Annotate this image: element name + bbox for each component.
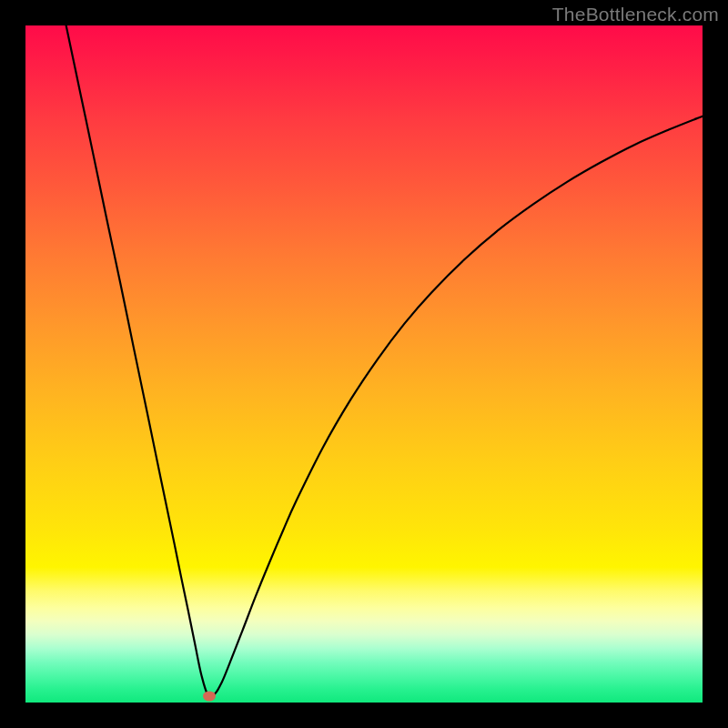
plot-area xyxy=(25,25,703,703)
bottleneck-curve xyxy=(25,25,703,703)
chart-frame: TheBottleneck.com xyxy=(0,0,728,728)
watermark-text: TheBottleneck.com xyxy=(552,4,719,25)
minimum-point-marker xyxy=(203,692,216,702)
